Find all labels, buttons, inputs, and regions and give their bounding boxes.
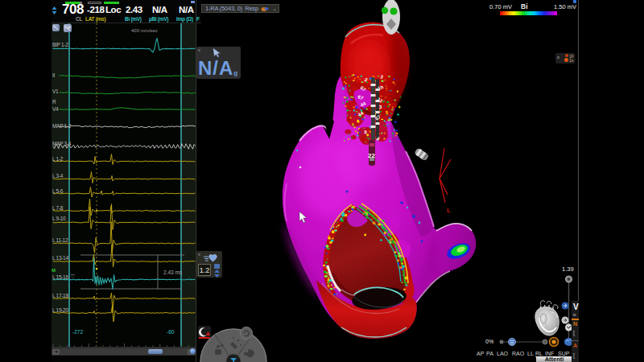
svg-text:L: L bbox=[447, 207, 451, 214]
svg-text:22: 22 bbox=[368, 152, 375, 159]
svg-text:2.43 ms: 2.43 ms bbox=[163, 269, 183, 275]
